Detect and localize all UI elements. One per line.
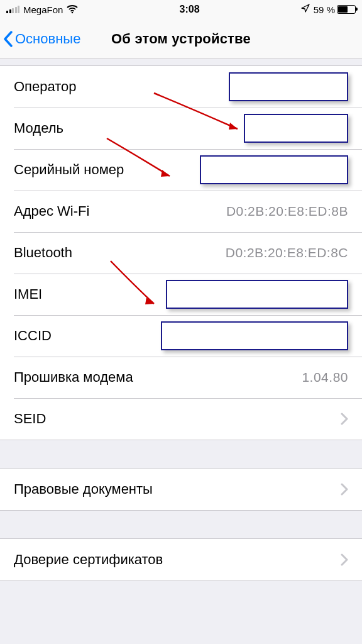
row-legal-documents[interactable]: Правовые документы [0,469,362,510]
back-label: Основные [15,31,80,47]
legal-group: Правовые документы [0,468,362,511]
wifi-icon [67,5,78,14]
row-label-wifi: Адрес Wi-Fi [14,203,89,219]
row-wifi-address[interactable]: Адрес Wi-Fi D0:2B:20:E8:ED:8B [0,191,362,232]
carrier-label: MegaFon [23,4,63,15]
svg-point-0 [72,12,74,14]
row-label-seid: SEID [14,411,46,427]
back-button[interactable]: Основные [3,19,80,58]
trust-group: Доверие сертификатов [0,538,362,581]
row-imei[interactable]: IMEI [0,274,362,315]
chevron-right-icon [341,483,348,496]
status-right: 59 % [301,4,356,15]
row-iccid[interactable]: ICCID [0,315,362,357]
section-spacer [0,440,362,468]
chevron-right-icon [341,413,348,425]
redacted-box-operator [229,72,348,101]
row-value-firmware: 1.04.80 [302,370,348,385]
redacted-box-iccid [161,321,348,350]
redacted-box-serial [200,155,348,184]
row-label-operator: Оператор [14,79,77,95]
redacted-box-model [244,114,348,143]
row-label-imei: IMEI [14,286,42,303]
row-firmware[interactable]: Прошивка модема 1.04.80 [0,357,362,398]
row-value-wifi: D0:2B:20:E8:ED:8B [226,204,348,219]
battery-icon [337,5,356,14]
status-time: 3:08 [180,4,200,15]
row-label-bluetooth: Bluetooth [14,245,72,261]
about-device-group: Оператор Модель Серийный номер Адрес Wi-… [0,65,362,440]
row-certificate-trust[interactable]: Доверие сертификатов [0,539,362,580]
signal-strength-icon [6,6,19,13]
row-label-legal: Правовые документы [14,481,153,497]
row-label-firmware: Прошивка модема [14,369,133,386]
row-value-bluetooth: D0:2B:20:E8:ED:8C [226,245,348,260]
chevron-right-icon [341,553,348,566]
row-label-model: Модель [14,120,63,136]
status-left: MegaFon [6,4,78,15]
row-label-trust: Доверие сертификатов [14,552,163,568]
row-seid[interactable]: SEID [0,398,362,440]
row-model[interactable]: Модель [0,108,362,149]
row-bluetooth[interactable]: Bluetooth D0:2B:20:E8:ED:8C [0,232,362,274]
redacted-box-imei [166,280,348,309]
row-serial[interactable]: Серийный номер [0,149,362,191]
chevron-left-icon [3,30,14,48]
status-bar: MegaFon 3:08 59 % [0,0,362,19]
location-icon [301,4,310,15]
row-operator[interactable]: Оператор [0,66,362,108]
page-title: Об этом устройстве [111,31,251,47]
row-label-serial: Серийный номер [14,162,124,178]
battery-percentage: 59 % [314,4,335,15]
row-label-iccid: ICCID [14,328,52,344]
section-spacer [0,511,362,538]
navigation-bar: Основные Об этом устройстве [0,19,362,59]
